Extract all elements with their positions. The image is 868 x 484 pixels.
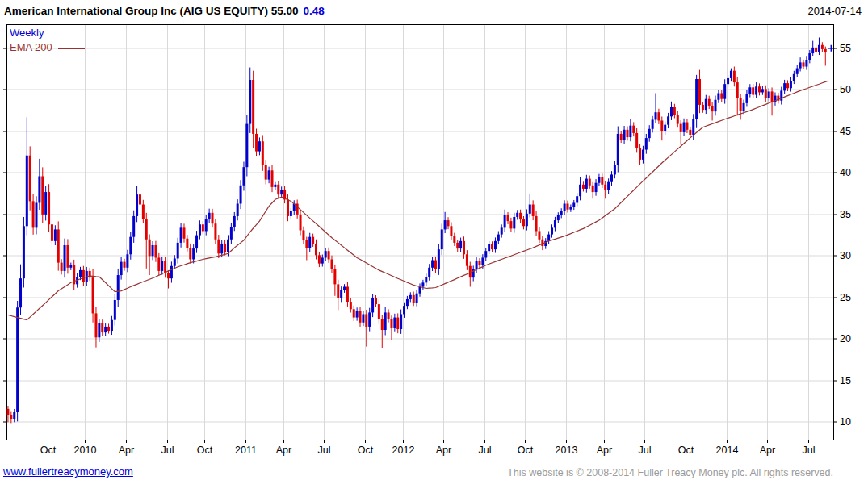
svg-text:Jul: Jul xyxy=(161,444,174,456)
svg-text:Apr: Apr xyxy=(436,444,451,456)
svg-text:Apr: Apr xyxy=(597,444,612,456)
svg-text:15: 15 xyxy=(840,375,851,386)
svg-text:Jul: Jul xyxy=(479,444,492,456)
svg-text:Apr: Apr xyxy=(760,444,775,456)
svg-text:Oct: Oct xyxy=(358,444,374,456)
ema-legend-line xyxy=(58,48,85,49)
svg-text:Apr: Apr xyxy=(276,444,291,456)
svg-text:Jul: Jul xyxy=(803,444,816,456)
svg-text:40: 40 xyxy=(840,167,851,178)
svg-text:Apr: Apr xyxy=(119,444,134,456)
svg-text:50: 50 xyxy=(840,84,851,95)
svg-text:Jul: Jul xyxy=(318,444,331,456)
svg-text:Oct: Oct xyxy=(40,444,57,456)
copyright-text: This website is © 2008-2014 Fuller Treac… xyxy=(507,467,833,478)
svg-text:30: 30 xyxy=(840,250,851,261)
svg-text:10: 10 xyxy=(840,416,851,428)
svg-text:25: 25 xyxy=(840,292,851,303)
svg-text:Oct: Oct xyxy=(518,444,534,456)
svg-text:2013: 2013 xyxy=(556,444,578,456)
svg-text:55: 55 xyxy=(840,43,851,54)
svg-text:Jul: Jul xyxy=(639,444,652,456)
svg-text:2010: 2010 xyxy=(74,444,97,456)
svg-text:20: 20 xyxy=(840,333,851,344)
svg-text:Oct: Oct xyxy=(678,444,694,456)
svg-text:2012: 2012 xyxy=(392,444,415,456)
svg-text:35: 35 xyxy=(840,209,851,220)
legend-weekly: Weekly xyxy=(10,27,44,39)
website-link[interactable]: www.fullertreacymoney.com xyxy=(3,465,133,478)
svg-text:2011: 2011 xyxy=(235,444,257,456)
svg-text:45: 45 xyxy=(840,126,851,137)
legend-ema-200: EMA 200 xyxy=(10,41,52,53)
svg-text:Oct: Oct xyxy=(197,444,213,456)
chart-window: American International Group Inc (AIG US… xyxy=(0,0,868,484)
svg-text:2014: 2014 xyxy=(716,444,739,456)
price-chart: 10152025303540455055Oct2010AprJulOct2011… xyxy=(0,0,868,484)
